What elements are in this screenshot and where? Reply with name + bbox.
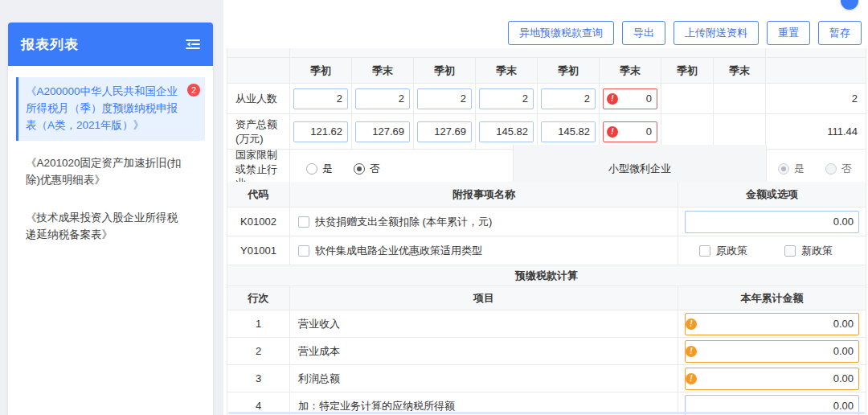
ytd-amount-header: 本年累计金额 (678, 286, 866, 310)
tax-calc-section-title: 预缴税款计算 (227, 265, 866, 286)
employees-q2-end-input[interactable] (479, 88, 534, 109)
old-policy-label: 原政策 (716, 244, 747, 258)
row-label: 从业人数 (227, 84, 290, 114)
restricted-yes-label: 是 (322, 162, 333, 176)
employees-q1-end-input[interactable] (355, 88, 410, 109)
item-label: 营业收入 (290, 310, 678, 338)
sidebar-header: 报表列表 (8, 23, 213, 66)
new-policy-label: 新政策 (801, 244, 833, 258)
save-draft-button[interactable]: 暂存 (818, 21, 862, 45)
period-header: 季末 (476, 58, 538, 84)
line-number-header: 行次 (227, 286, 290, 310)
line-number: 2 (227, 338, 290, 365)
sidebar-item-tech-investment[interactable]: 《技术成果投资入股企业所得税递延纳税备案表》 (16, 203, 205, 250)
reset-button[interactable]: 重置 (767, 21, 810, 45)
poverty-donation-checkbox[interactable] (298, 216, 309, 228)
table-row-operating-cost: 2 营业成本 (227, 338, 868, 365)
operating-revenue-input[interactable] (685, 313, 859, 335)
report-list: 《A200000中华人民共和国企业所得税月（季）度预缴纳税申报表（A类，2021… (8, 66, 213, 269)
operating-cost-input[interactable] (685, 340, 859, 363)
quarter-average-header: 季度平均值 (766, 48, 866, 58)
employees-q1-start-input[interactable] (293, 88, 348, 109)
period-header: 季末 (600, 58, 661, 84)
item-code: Y01001 (227, 236, 290, 265)
error-warning-icon (607, 93, 618, 105)
assets-q1-end-input[interactable] (355, 121, 410, 142)
period-header: 季初 (414, 58, 476, 84)
warning-icon (686, 346, 697, 357)
restricted-yes-radio[interactable] (306, 163, 317, 175)
quarter-group-header (290, 48, 766, 58)
sidebar-title: 报表列表 (21, 35, 79, 54)
software-ic-policy-checkbox[interactable] (298, 245, 309, 257)
warning-icon (686, 318, 697, 330)
collapse-sidebar-icon[interactable] (186, 39, 200, 50)
amount-option-header: 金额或选项 (678, 182, 866, 208)
restricted-no-radio[interactable] (354, 163, 365, 175)
line-number: 3 (227, 365, 290, 392)
report-title: 《技术成果投资入股企业所得税递延纳税备案表》 (26, 212, 178, 240)
tax-calc-section: 预缴税款计算 (227, 265, 868, 286)
table-row-restricted-industry: 国家限制或禁止行业 是 否 小型微利企业 是 否 (227, 145, 868, 182)
quarter-table-header-periods: 季初 季末 季初 季末 季初 季末 季初 季末 (227, 58, 868, 84)
period-header: 季末 (352, 58, 414, 84)
employees-average-value: 2 (766, 84, 866, 114)
sidebar-item-a201020[interactable]: 《A201020固定资产加速折旧(扣除)优惠明细表》 (16, 149, 205, 195)
software-ic-policy-label: 软件集成电路企业优惠政策适用类型 (315, 244, 482, 258)
table-row-total-profit: 3 利润总额 (227, 365, 868, 392)
item-label: 营业成本 (290, 338, 678, 365)
new-policy-checkbox[interactable] (784, 245, 796, 257)
tax-calc-header: 行次 项目 本年累计金额 (227, 286, 868, 310)
item-code: K01002 (227, 208, 290, 236)
assets-q1-start-input[interactable] (293, 121, 348, 142)
period-header: 季初 (538, 58, 600, 84)
period-header: 季末 (714, 58, 766, 84)
form-main-panel: 异地预缴税款查询 导出 上传附送资料 重置 暂存 项目 季度平均值 季初 季末 … (223, 0, 868, 415)
table-row-operating-revenue: 1 营业收入 (227, 310, 868, 338)
quarter-table-header-top: 项目 季度平均值 (227, 48, 868, 58)
corner-header: 项目 (227, 48, 290, 58)
employees-q3-start-input[interactable] (541, 88, 596, 109)
assets-q2-start-input[interactable] (417, 121, 472, 142)
report-title: 《A200000中华人民共和国企业所得税月（季）度预缴纳税申报表（A类，2021… (26, 85, 178, 131)
error-count-badge: 2 (187, 84, 200, 97)
small-micro-yes-radio[interactable] (778, 163, 789, 175)
table-row-total-assets: 资产总额 (万元) 111.44 (227, 114, 868, 145)
period-header: 季初 (290, 58, 352, 84)
employees-q2-start-input[interactable] (417, 88, 472, 109)
poverty-donation-amount-input[interactable] (685, 211, 859, 233)
upload-attachments-button[interactable]: 上传附送资料 (674, 21, 759, 45)
warning-icon (686, 373, 697, 384)
export-button[interactable]: 导出 (622, 21, 665, 45)
small-micro-yes-label: 是 (794, 162, 805, 176)
report-title: 《A201020固定资产加速折旧(扣除)优惠明细表》 (26, 157, 182, 186)
old-policy-checkbox[interactable] (699, 245, 710, 257)
poverty-donation-label: 扶贫捐赠支出全额扣除 (本年累计，元) (315, 215, 492, 229)
period-header: 季初 (661, 58, 714, 84)
assets-q2-end-input[interactable] (479, 121, 534, 142)
addendum-table-header: 代码 附报事项名称 金额或选项 (227, 182, 868, 208)
report-list-sidebar: 报表列表 《A200000中华人民共和国企业所得税月（季）度预缴纳税申报表（A类… (8, 23, 213, 415)
item-label: 利润总额 (290, 365, 678, 392)
assets-q3-start-input[interactable] (541, 121, 596, 142)
horizontal-scrollbar[interactable] (228, 412, 865, 414)
small-micro-no-radio[interactable] (825, 163, 837, 175)
item-name-header: 附报事项名称 (290, 182, 678, 208)
small-micro-no-label: 否 (841, 162, 852, 176)
line-number: 1 (227, 310, 290, 338)
sidebar-item-a200000[interactable]: 《A200000中华人民共和国企业所得税月（季）度预缴纳税申报表（A类，2021… (16, 77, 205, 141)
remote-prepaid-tax-query-button[interactable]: 异地预缴税款查询 (508, 21, 614, 45)
total-profit-input[interactable] (685, 368, 859, 390)
table-row-employees: 从业人数 2 (227, 84, 868, 114)
table-row-k01002: K01002 扶贫捐赠支出全额扣除 (本年累计，元) (227, 208, 868, 236)
code-header: 代码 (227, 182, 290, 208)
form-table: 项目 季度平均值 季初 季末 季初 季末 季初 季末 季初 季末 从业人数 (227, 48, 868, 415)
toolbar: 异地预缴税款查询 导出 上传附送资料 重置 暂存 (223, 0, 868, 48)
restricted-no-label: 否 (370, 162, 380, 176)
error-warning-icon (607, 126, 618, 138)
table-row-y01001: Y01001 软件集成电路企业优惠政策适用类型 原政策 新政策 (227, 236, 868, 265)
item-header: 项目 (290, 286, 678, 310)
